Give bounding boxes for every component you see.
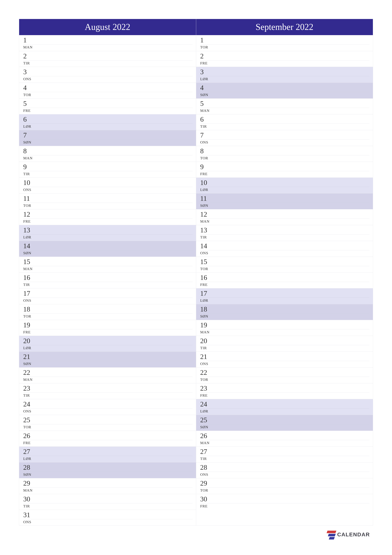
day-number: 30 xyxy=(200,496,370,503)
day-number: 4 xyxy=(23,84,192,92)
day-of-week: TIR xyxy=(23,171,192,176)
days-list-1: 1TOR2FRE3LØR4SØN5MAN6TIR7ONS8TOR9FRE10LØ… xyxy=(196,35,373,510)
day-cell: 4SØN xyxy=(196,83,373,98)
day-cell: 15TOR xyxy=(196,257,373,272)
month-column-1: August 2022 1MAN2TIR3ONS4TOR5FRE6LØR7SØN… xyxy=(19,19,196,526)
day-of-week: TIR xyxy=(200,124,370,129)
day-cell: 4TOR xyxy=(19,83,196,98)
day-cell: 6TIR xyxy=(196,114,373,130)
day-number: 14 xyxy=(23,242,192,250)
day-of-week: MAN xyxy=(200,440,370,445)
seven-icon xyxy=(327,530,336,539)
day-cell: 25SØN xyxy=(196,415,373,431)
day-cell: 14SØN xyxy=(19,241,196,257)
day-cell: 2FRE xyxy=(196,51,373,67)
day-of-week: TIR xyxy=(23,503,192,508)
day-cell: 7SØN xyxy=(19,130,196,146)
day-cell: 7ONS xyxy=(196,130,373,146)
day-cell: 3LØR xyxy=(196,67,373,83)
day-of-week: LØR xyxy=(200,76,370,81)
day-cell: 16TIR xyxy=(19,272,196,288)
day-cell: 12FRE xyxy=(19,209,196,225)
day-of-week: TOR xyxy=(200,155,370,160)
day-of-week: TIR xyxy=(23,393,192,398)
day-number: 11 xyxy=(200,195,370,203)
day-cell: 22MAN xyxy=(19,367,196,383)
day-of-week: TIR xyxy=(200,234,370,239)
day-of-week: TIR xyxy=(23,282,192,287)
day-number: 30 xyxy=(23,496,192,503)
days-list-0: 1MAN2TIR3ONS4TOR5FRE6LØR7SØN8MAN9TIR10ON… xyxy=(19,35,196,526)
day-of-week: MAN xyxy=(200,329,370,334)
day-of-week: TOR xyxy=(23,314,192,319)
day-number: 15 xyxy=(200,258,370,266)
day-number: 22 xyxy=(23,369,192,377)
day-cell: 15MAN xyxy=(19,257,196,272)
day-number: 13 xyxy=(200,227,370,234)
day-number: 1 xyxy=(23,37,192,44)
day-number: 9 xyxy=(200,163,370,171)
calendar-two-month: August 2022 1MAN2TIR3ONS4TOR5FRE6LØR7SØN… xyxy=(19,19,373,526)
day-number: 24 xyxy=(23,401,192,408)
day-cell: 19MAN xyxy=(196,320,373,336)
day-cell: 8TOR xyxy=(196,146,373,162)
day-of-week: LØR xyxy=(200,187,370,192)
day-number: 8 xyxy=(200,148,370,155)
day-cell: 22TOR xyxy=(196,367,373,383)
day-number: 28 xyxy=(200,464,370,472)
day-of-week: SØN xyxy=(200,203,370,208)
day-of-week: SØN xyxy=(23,139,192,145)
day-number: 16 xyxy=(23,274,192,282)
day-cell: 16FRE xyxy=(196,272,373,288)
day-cell: 29TOR xyxy=(196,478,373,494)
day-of-week: MAN xyxy=(23,155,192,160)
day-number: 25 xyxy=(23,416,192,424)
day-cell: 3ONS xyxy=(19,67,196,83)
day-cell: 9TIR xyxy=(19,162,196,177)
day-number: 5 xyxy=(23,100,192,108)
day-of-week: MAN xyxy=(23,377,192,382)
day-of-week: SØN xyxy=(23,250,192,255)
day-of-week: LØR xyxy=(23,345,192,350)
day-of-week: FRE xyxy=(200,282,370,287)
day-of-week: FRE xyxy=(23,108,192,113)
day-cell: 26MAN xyxy=(196,431,373,446)
day-number: 20 xyxy=(200,337,370,345)
day-number: 31 xyxy=(23,511,192,519)
day-number: 5 xyxy=(200,100,370,108)
day-number: 27 xyxy=(200,448,370,456)
day-of-week: TOR xyxy=(23,203,192,208)
day-of-week: LØR xyxy=(200,298,370,303)
day-cell: 21SØN xyxy=(19,351,196,367)
day-number: 16 xyxy=(200,274,370,282)
day-cell: 10ONS xyxy=(19,177,196,193)
day-cell: 13TIR xyxy=(196,225,373,241)
day-of-week: TOR xyxy=(200,266,370,271)
day-of-week: SØN xyxy=(200,314,370,319)
day-of-week: TIR xyxy=(200,345,370,350)
day-number: 6 xyxy=(23,116,192,124)
day-number: 10 xyxy=(200,179,370,187)
day-number: 1 xyxy=(200,37,370,44)
day-of-week: FRE xyxy=(200,503,370,508)
day-number: 17 xyxy=(23,290,192,298)
day-of-week: TIR xyxy=(200,456,370,461)
day-of-week: LØR xyxy=(23,234,192,239)
day-of-week: TOR xyxy=(200,44,370,49)
day-number: 23 xyxy=(200,385,370,393)
day-cell: 2TIR xyxy=(19,51,196,67)
day-number: 25 xyxy=(200,416,370,424)
day-number: 6 xyxy=(200,116,370,124)
day-of-week: LØR xyxy=(200,408,370,413)
day-of-week: SØN xyxy=(23,361,192,366)
day-of-week: TIR xyxy=(23,60,192,65)
day-number: 27 xyxy=(23,448,192,456)
day-cell: 29MAN xyxy=(19,478,196,494)
day-of-week: FRE xyxy=(23,440,192,445)
day-cell: 30FRE xyxy=(196,494,373,510)
day-number: 13 xyxy=(23,227,192,234)
day-cell: 10LØR xyxy=(196,177,373,193)
day-number: 15 xyxy=(23,258,192,266)
day-cell: 23FRE xyxy=(196,383,373,399)
day-of-week: MAN xyxy=(23,488,192,492)
